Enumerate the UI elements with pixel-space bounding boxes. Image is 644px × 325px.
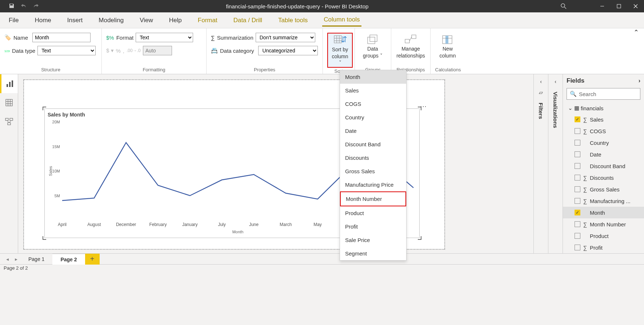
chevron-down-icon: ⌄ xyxy=(568,105,573,111)
window-title: financial-sample-finished-update-query -… xyxy=(39,3,555,9)
visual-options-icon[interactable]: ⋯ xyxy=(420,102,427,110)
category-select[interactable]: Uncategorized xyxy=(258,46,318,55)
new-column-button[interactable]: New column xyxy=(435,33,460,60)
redo-icon[interactable] xyxy=(33,3,39,10)
page-tab[interactable]: Page 1 xyxy=(20,254,52,265)
sort-menu-item[interactable]: Segment xyxy=(340,247,406,260)
add-page-button[interactable]: + xyxy=(85,254,100,265)
maximize-button[interactable] xyxy=(611,0,627,12)
sort-menu-item[interactable]: Gross Sales xyxy=(340,165,406,178)
tab-column-tools[interactable]: Column tools xyxy=(322,14,361,27)
tab-insert[interactable]: Insert xyxy=(66,15,84,26)
sort-menu-item[interactable]: Discounts xyxy=(340,151,406,165)
field-item[interactable]: ∑Discounts xyxy=(563,172,644,183)
checkbox-icon[interactable] xyxy=(575,151,580,157)
sort-menu-item[interactable]: Country xyxy=(340,111,406,124)
svg-text:Month: Month xyxy=(232,230,244,234)
svg-rect-13 xyxy=(405,39,409,43)
name-label: Name xyxy=(13,35,28,41)
summarization-select[interactable]: Don't summarize xyxy=(256,33,315,42)
sort-menu-item[interactable]: COGS xyxy=(340,97,406,111)
model-view-button[interactable] xyxy=(0,112,18,131)
field-item[interactable]: ✓Month xyxy=(563,207,644,218)
checkbox-icon[interactable] xyxy=(575,128,580,134)
tab-data-drill[interactable]: Data / Drill xyxy=(232,15,264,26)
save-icon[interactable] xyxy=(9,3,15,10)
field-item[interactable]: Date xyxy=(563,148,644,160)
svg-text:20M: 20M xyxy=(52,120,60,124)
prev-page-icon[interactable]: ◂ xyxy=(3,256,12,262)
field-item[interactable]: Product xyxy=(563,230,644,242)
field-label: COGS xyxy=(590,128,606,134)
svg-line-31 xyxy=(9,120,11,123)
next-page-icon[interactable]: ▸ xyxy=(12,256,20,262)
manage-relationships-button[interactable]: Manage relationships xyxy=(396,33,426,60)
svg-rect-6 xyxy=(334,36,341,43)
sort-menu-item[interactable]: Date xyxy=(340,124,406,138)
checkbox-icon[interactable]: ✓ xyxy=(575,210,580,215)
checkbox-icon[interactable] xyxy=(575,163,580,169)
tab-format[interactable]: Format xyxy=(196,15,219,26)
svg-text:January: January xyxy=(182,222,198,227)
sort-menu-item[interactable]: Month xyxy=(340,70,406,84)
field-item[interactable]: ∑Manufacturing ... xyxy=(563,195,644,207)
format-select[interactable]: Text xyxy=(136,33,193,42)
checkbox-icon[interactable] xyxy=(575,140,580,146)
checkbox-icon[interactable] xyxy=(575,198,580,204)
table-header[interactable]: ⌄ ▦ financials xyxy=(563,103,644,114)
sort-menu-item[interactable]: Manufacturing Price xyxy=(340,178,406,191)
chevron-right-icon[interactable]: › xyxy=(639,78,640,84)
sort-menu-item[interactable]: Product xyxy=(340,206,406,220)
field-label: Discount Band xyxy=(590,163,625,169)
field-item[interactable]: ∑Profit xyxy=(563,242,644,253)
search-icon[interactable] xyxy=(555,0,572,12)
datatype-select[interactable]: Text xyxy=(37,46,96,55)
field-label: Profit xyxy=(590,245,603,251)
summarization-label: Summarization xyxy=(217,35,253,41)
close-button[interactable] xyxy=(627,0,644,12)
minimize-button[interactable] xyxy=(594,0,611,12)
tab-help[interactable]: Help xyxy=(168,15,183,26)
field-item[interactable]: ∑Gross Sales xyxy=(563,183,644,195)
tab-home[interactable]: Home xyxy=(33,15,52,26)
field-item[interactable]: ∑COGS xyxy=(563,125,644,137)
undo-icon[interactable] xyxy=(20,3,27,10)
fields-header: Fields xyxy=(567,77,584,84)
checkbox-icon[interactable] xyxy=(575,245,580,250)
tab-file[interactable]: File xyxy=(7,15,20,26)
checkbox-icon[interactable] xyxy=(575,221,580,227)
field-item[interactable]: Country xyxy=(563,137,644,148)
sort-menu-item[interactable]: Sale Price xyxy=(340,233,406,247)
tab-modeling[interactable]: Modeling xyxy=(97,15,125,26)
report-view-button[interactable] xyxy=(0,74,18,93)
field-item[interactable]: ✓∑Sales xyxy=(563,114,644,125)
fields-search-input[interactable]: 🔍 Search xyxy=(567,88,640,100)
checkbox-icon[interactable] xyxy=(575,175,580,181)
svg-rect-27 xyxy=(5,118,8,120)
field-item[interactable]: ∑Month Number xyxy=(563,218,644,230)
data-groups-button[interactable]: Data groups ˅ xyxy=(359,33,386,60)
fields-pane: Fields › 🔍 Search ⌄ ▦ financials ✓∑Sales… xyxy=(563,74,644,253)
title-bar: financial-sample-finished-update-query -… xyxy=(0,0,644,12)
checkbox-icon[interactable] xyxy=(575,186,580,192)
data-view-button[interactable] xyxy=(0,93,18,112)
checkbox-icon[interactable] xyxy=(575,233,580,239)
checkbox-icon[interactable]: ✓ xyxy=(575,116,580,122)
currency-icon: $ ▾ xyxy=(106,47,114,54)
collapse-ribbon-icon[interactable]: ⌃ xyxy=(633,28,639,74)
sort-menu-item[interactable]: Discount Band xyxy=(340,138,406,151)
page-tab[interactable]: Page 2 xyxy=(52,254,85,265)
sort-by-column-button[interactable]: Sort by column ˅ xyxy=(327,33,353,68)
visualizations-pane-collapsed[interactable]: ‹ Visualizations xyxy=(548,74,563,253)
sort-menu-item[interactable]: Month Number xyxy=(340,191,406,206)
field-item[interactable]: Discount Band xyxy=(563,160,644,172)
sort-menu-item[interactable]: Profit xyxy=(340,220,406,233)
tab-view[interactable]: View xyxy=(138,15,155,26)
name-input[interactable] xyxy=(32,33,91,42)
group-label-properties: Properties xyxy=(211,66,318,74)
field-label: Country xyxy=(590,140,609,146)
report-canvas-area[interactable]: ⋯ Sales by Month 5M10M15M20MSalesAprilAu… xyxy=(18,74,533,253)
sort-menu-item[interactable]: Sales xyxy=(340,84,406,97)
filters-pane-collapsed[interactable]: ‹ ▱ Filters xyxy=(533,74,548,253)
tab-table-tools[interactable]: Table tools xyxy=(277,15,309,26)
